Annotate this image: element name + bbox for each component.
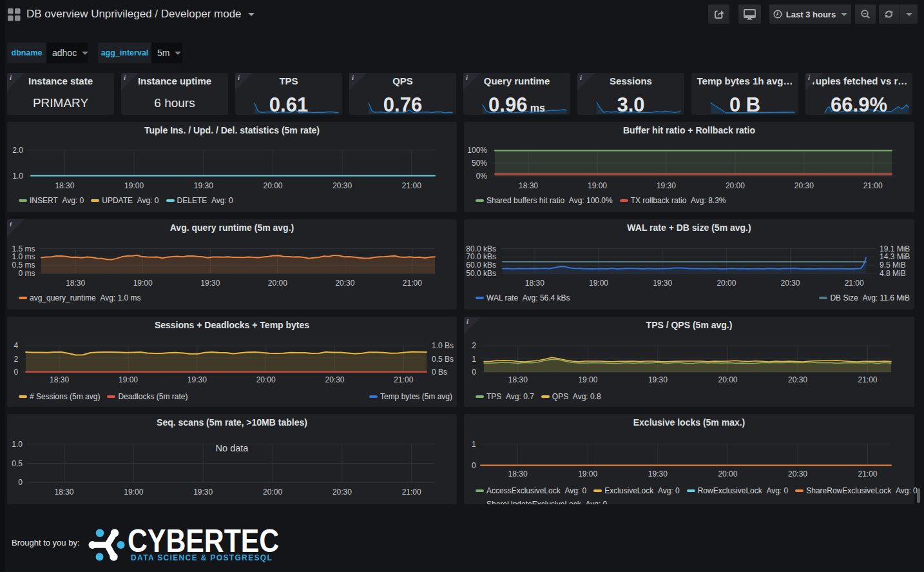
svg-text:20:30: 20:30 <box>335 279 354 288</box>
svg-text:19:00: 19:00 <box>588 181 607 190</box>
svg-text:21:00: 21:00 <box>845 279 864 288</box>
svg-text:18:30: 18:30 <box>519 181 538 190</box>
svg-text:19:30: 19:30 <box>188 375 207 384</box>
svg-text:19:00: 19:00 <box>578 375 597 384</box>
svg-text:0: 0 <box>472 368 476 377</box>
svg-text:2: 2 <box>472 341 476 350</box>
svg-text:4.8 MiB: 4.8 MiB <box>880 269 906 278</box>
svg-text:1.0: 1.0 <box>12 172 23 181</box>
svg-text:18:30: 18:30 <box>50 375 69 384</box>
svg-text:19:30: 19:30 <box>653 279 672 288</box>
svg-text:18:30: 18:30 <box>508 469 528 478</box>
svg-text:18:30: 18:30 <box>525 279 544 288</box>
svg-text:20:30: 20:30 <box>788 469 807 478</box>
svg-text:19:00: 19:00 <box>124 181 144 190</box>
svg-text:19:30: 19:30 <box>657 181 676 190</box>
svg-text:20:00: 20:00 <box>263 181 282 190</box>
svg-text:0 ms: 0 ms <box>18 269 35 278</box>
svg-text:0: 0 <box>14 368 19 377</box>
svg-text:50.0 kBs: 50.0 kBs <box>466 269 496 278</box>
svg-text:20:00: 20:00 <box>726 181 745 190</box>
svg-text:20:00: 20:00 <box>256 375 276 384</box>
svg-text:19:00: 19:00 <box>124 488 143 497</box>
svg-text:19:00: 19:00 <box>578 469 597 478</box>
svg-text:20:00: 20:00 <box>263 488 282 497</box>
svg-text:21:00: 21:00 <box>858 469 877 478</box>
svg-text:20:00: 20:00 <box>718 375 737 384</box>
svg-text:0%: 0% <box>476 172 488 181</box>
svg-text:0.5 Bs: 0.5 Bs <box>432 355 454 364</box>
svg-text:No data: No data <box>216 443 249 453</box>
svg-text:21:00: 21:00 <box>403 279 422 288</box>
svg-text:1.0 Bs: 1.0 Bs <box>432 341 454 350</box>
svg-text:20:30: 20:30 <box>332 488 352 497</box>
svg-text:21:00: 21:00 <box>863 181 883 190</box>
svg-text:21:00: 21:00 <box>402 488 421 497</box>
svg-text:18:30: 18:30 <box>55 181 74 190</box>
svg-text:19:30: 19:30 <box>200 279 220 288</box>
svg-text:1: 1 <box>472 440 476 449</box>
svg-text:19:00: 19:00 <box>133 279 153 288</box>
svg-text:19:30: 19:30 <box>648 375 668 384</box>
svg-text:2: 2 <box>14 355 19 364</box>
svg-text:20:00: 20:00 <box>718 469 737 478</box>
svg-text:0 Bs: 0 Bs <box>432 368 447 377</box>
svg-text:20:00: 20:00 <box>268 279 287 288</box>
svg-text:1: 1 <box>472 355 476 364</box>
svg-text:100%: 100% <box>467 146 487 155</box>
svg-text:20:30: 20:30 <box>332 181 352 190</box>
svg-text:1.0: 1.0 <box>12 440 23 449</box>
svg-text:4: 4 <box>14 341 19 350</box>
svg-text:21:00: 21:00 <box>402 181 421 190</box>
svg-text:21:00: 21:00 <box>858 375 877 384</box>
svg-text:0.5: 0.5 <box>12 459 23 468</box>
svg-text:0: 0 <box>472 461 476 470</box>
svg-text:19:30: 19:30 <box>193 488 213 497</box>
svg-text:20:30: 20:30 <box>794 181 814 190</box>
svg-text:19:00: 19:00 <box>589 279 608 288</box>
svg-text:18:30: 18:30 <box>54 488 73 497</box>
svg-text:20:30: 20:30 <box>788 375 807 384</box>
svg-text:18:30: 18:30 <box>66 279 85 288</box>
svg-text:18:30: 18:30 <box>508 375 528 384</box>
svg-text:0: 0 <box>18 478 23 487</box>
svg-text:2.0: 2.0 <box>12 146 23 155</box>
svg-text:21:00: 21:00 <box>394 375 413 384</box>
svg-text:20:00: 20:00 <box>717 279 736 288</box>
svg-text:19:30: 19:30 <box>648 469 668 478</box>
svg-text:19:00: 19:00 <box>119 375 138 384</box>
svg-text:50%: 50% <box>472 159 487 168</box>
svg-text:20:30: 20:30 <box>780 279 800 288</box>
svg-text:20:30: 20:30 <box>325 375 344 384</box>
svg-text:19:30: 19:30 <box>194 181 213 190</box>
